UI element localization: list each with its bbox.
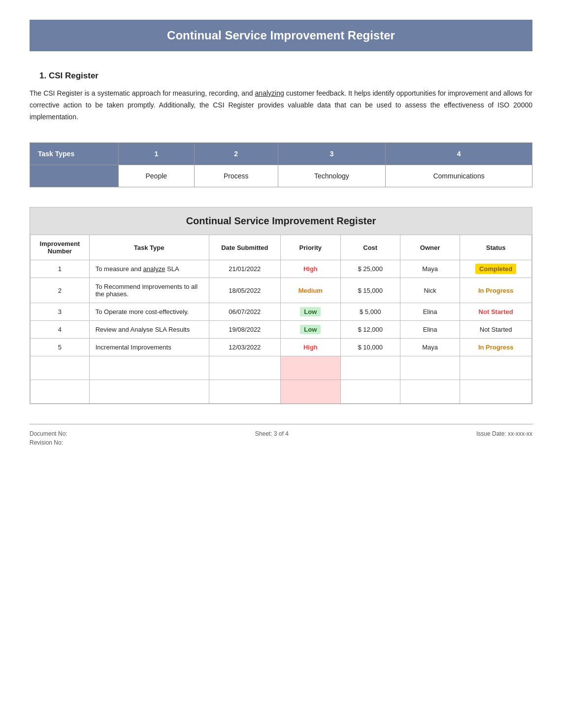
page-title: Continual Service Improvement Register (44, 29, 518, 42)
row2-number: 2 (31, 278, 90, 303)
row1-task: To measure and analyze SLA (89, 260, 209, 278)
task-type-people: People (119, 165, 195, 187)
task-types-label: Task Types (30, 143, 119, 165)
row4-number: 4 (31, 321, 90, 339)
row2-status-badge: In Progress (478, 287, 514, 294)
empty-row1-owner (400, 356, 460, 380)
row5-status-badge: In Progress (478, 344, 514, 351)
row2-status: In Progress (460, 278, 532, 303)
row2-priority-badge: Medium (298, 287, 323, 294)
empty-row1-status (460, 356, 532, 380)
row1-number: 1 (31, 260, 90, 278)
section-heading: 1. CSI Register (39, 71, 532, 81)
row4-owner: Elina (400, 321, 460, 339)
row5-number: 5 (31, 339, 90, 356)
row5-status: In Progress (460, 339, 532, 356)
task-type-technology: Technology (278, 165, 385, 187)
empty-row2-number (31, 380, 90, 404)
task-types-col1: 1 (119, 143, 195, 165)
page-footer: Document No: Revision No: Sheet: 3 of 4 … (30, 424, 532, 446)
task-types-col3: 3 (278, 143, 385, 165)
task-types-empty-label (30, 165, 119, 187)
row5-owner: Maya (400, 339, 460, 356)
col-header-improvement-number: Improvement Number (31, 235, 90, 260)
page-header: Continual Service Improvement Register (30, 20, 532, 51)
col-header-date-submitted: Date Submitted (209, 235, 281, 260)
footer-center: Sheet: 3 of 4 (255, 430, 289, 446)
row1-cost: $ 25,000 (340, 260, 400, 278)
empty-row2-priority (281, 380, 340, 404)
empty-row1-priority (281, 356, 340, 380)
row4-priority-badge: Low (300, 325, 321, 334)
row4-priority: Low (281, 321, 340, 339)
task-types-col4: 4 (386, 143, 532, 165)
table-row: 4 Review and Analyse SLA Results 19/08/2… (31, 321, 532, 339)
revision-no: Revision No: (30, 439, 67, 446)
row1-priority: High (281, 260, 340, 278)
row4-cost: $ 12,000 (340, 321, 400, 339)
row5-cost: $ 10,000 (340, 339, 400, 356)
sheet-info: Sheet: 3 of 4 (255, 430, 289, 437)
empty-row2-cost (340, 380, 400, 404)
task-type-process: Process (194, 165, 278, 187)
row4-task: Review and Analyse SLA Results (89, 321, 209, 339)
table-row: 3 To Operate more cost-effectively. 06/0… (31, 303, 532, 321)
row5-task: Incremental Improvements (89, 339, 209, 356)
task-types-table: Task Types 1 2 3 4 People Process Techno… (30, 142, 532, 187)
row3-status-badge: Not Started (479, 308, 513, 315)
task-type-communications: Communications (386, 165, 532, 187)
row4-status: Not Started (460, 321, 532, 339)
row4-date: 19/08/2022 (209, 321, 281, 339)
row2-task: To Recommend improvements to all the pha… (89, 278, 209, 303)
row1-status-badge: Completed (475, 264, 516, 274)
table-row-empty (31, 380, 532, 404)
row2-date: 18/05/2022 (209, 278, 281, 303)
row3-status: Not Started (460, 303, 532, 321)
row3-owner: Elina (400, 303, 460, 321)
row5-date: 12/03/2022 (209, 339, 281, 356)
row1-date: 21/01/2022 (209, 260, 281, 278)
col-header-task-type: Task Type (89, 235, 209, 260)
csi-register-section: Continual Service Improvement Register I… (30, 207, 532, 404)
col-header-status: Status (460, 235, 532, 260)
row2-cost: $ 15,000 (340, 278, 400, 303)
table-row: 1 To measure and analyze SLA 21/01/2022 … (31, 260, 532, 278)
empty-row2-task (89, 380, 209, 404)
row1-status: Completed (460, 260, 532, 278)
document-no: Document No: (30, 430, 67, 437)
empty-row1-task (89, 356, 209, 380)
row3-number: 3 (31, 303, 90, 321)
row5-priority: High (281, 339, 340, 356)
empty-row2-status (460, 380, 532, 404)
row2-owner: Nick (400, 278, 460, 303)
footer-right: Issue Date: xx-xxx-xx (476, 430, 532, 446)
issue-date: Issue Date: xx-xxx-xx (476, 430, 532, 437)
row3-priority: Low (281, 303, 340, 321)
row3-date: 06/07/2022 (209, 303, 281, 321)
row1-owner: Maya (400, 260, 460, 278)
row1-priority-badge: High (303, 265, 318, 273)
row3-cost: $ 5,000 (340, 303, 400, 321)
analyzing-text: analyzing (255, 89, 284, 97)
table-row: 2 To Recommend improvements to all the p… (31, 278, 532, 303)
col-header-priority: Priority (281, 235, 340, 260)
csi-register-table: Improvement Number Task Type Date Submit… (30, 235, 532, 404)
footer-left: Document No: Revision No: (30, 430, 67, 446)
row4-status-badge: Not Started (480, 326, 512, 333)
task-types-col2: 2 (194, 143, 278, 165)
row5-priority-badge: High (303, 344, 318, 351)
empty-row2-date (209, 380, 281, 404)
table-row-empty (31, 356, 532, 380)
section-body: The CSI Register is a systematic approac… (30, 88, 532, 123)
table-row: 5 Incremental Improvements 12/03/2022 Hi… (31, 339, 532, 356)
csi-register-title: Continual Service Improvement Register (30, 208, 532, 235)
row2-priority: Medium (281, 278, 340, 303)
empty-row1-number (31, 356, 90, 380)
empty-row1-cost (340, 356, 400, 380)
empty-row1-date (209, 356, 281, 380)
col-header-owner: Owner (400, 235, 460, 260)
col-header-cost: Cost (340, 235, 400, 260)
row3-task: To Operate more cost-effectively. (89, 303, 209, 321)
row1-analyze: analyze (143, 265, 165, 273)
empty-row2-owner (400, 380, 460, 404)
